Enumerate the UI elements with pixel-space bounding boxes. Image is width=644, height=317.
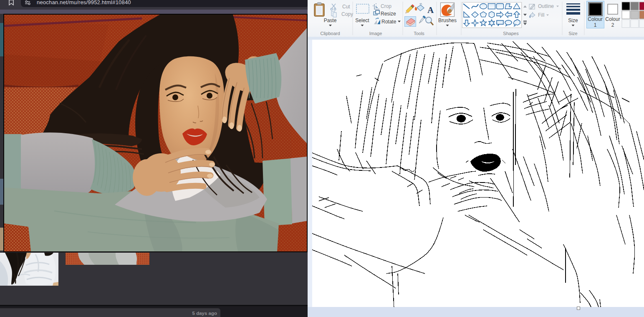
- svg-text:Clipboard: Clipboard: [320, 31, 340, 36]
- svg-text:Size: Size: [568, 18, 578, 23]
- svg-text:Fill: Fill: [538, 12, 544, 18]
- svg-text:Image: Image: [369, 31, 382, 36]
- svg-text:Tools: Tools: [414, 31, 424, 36]
- svg-text:2: 2: [611, 22, 614, 28]
- svg-text:1: 1: [594, 22, 597, 28]
- svg-text:Resize: Resize: [381, 11, 396, 17]
- svg-text:Colour: Colour: [605, 16, 620, 22]
- svg-text:Select: Select: [355, 18, 369, 23]
- svg-text:Size: Size: [568, 31, 577, 36]
- svg-text:A: A: [427, 5, 434, 15]
- svg-text:Cut: Cut: [342, 4, 350, 10]
- svg-text:Brushes: Brushes: [438, 18, 457, 23]
- svg-text:Outline: Outline: [538, 3, 554, 9]
- svg-text:Rotate: Rotate: [381, 19, 397, 25]
- svg-text:Copy: Copy: [341, 11, 353, 17]
- svg-text:Colour: Colour: [588, 16, 602, 22]
- svg-text:Crop: Crop: [381, 3, 391, 9]
- svg-text:Shapes: Shapes: [503, 31, 519, 36]
- svg-text:Paste: Paste: [324, 18, 337, 23]
